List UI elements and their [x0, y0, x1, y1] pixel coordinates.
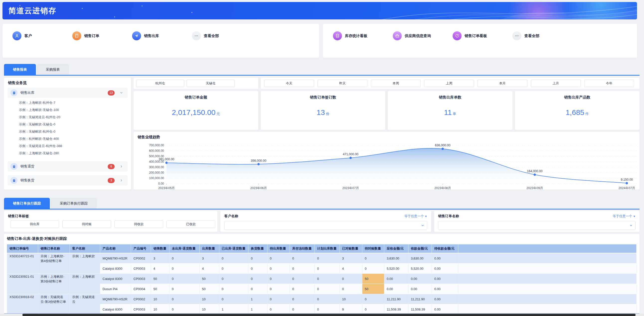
value-cell: 3,630.00: [408, 253, 432, 264]
flow-sub-item[interactable]: 示例：上海帆软-无锡仓-100: [19, 106, 59, 114]
quick-link-1[interactable]: 客户: [12, 31, 72, 40]
kpi-number: 2,017,150.00: [172, 108, 215, 117]
horizontal-scrollbar-track[interactable]: [0, 314, 644, 316]
clipboard-icon: [10, 177, 18, 184]
horizontal-scrollbar-thumb[interactable]: [22, 314, 636, 316]
value-cell: 0: [362, 264, 384, 274]
value-cell: 0: [290, 253, 314, 264]
chevron-right-icon[interactable]: [120, 179, 123, 182]
filter-button-已收款[interactable]: 已收款: [166, 220, 215, 228]
kpi-value: 2,017,150.00元: [134, 108, 258, 117]
order-name-operator-link[interactable]: 等于任意一个 ▼: [612, 214, 636, 218]
quick-link-4[interactable]: 查看全部: [512, 31, 572, 40]
col-header: 销售数量: [151, 244, 169, 253]
tab-销售订单执行跟踪[interactable]: 销售订单执行跟踪: [4, 198, 50, 209]
product-cell: MQM8790-HS2R: [100, 253, 131, 264]
filter-button-上周[interactable]: 上周: [424, 80, 474, 87]
customer-select[interactable]: [224, 221, 427, 230]
flow-group-销售出库[interactable]: 销售出库13: [8, 88, 128, 98]
flow-group-销售换货[interactable]: 销售换货3: [8, 175, 128, 186]
value-cell: 0: [248, 264, 267, 274]
kpi-card-1: 销售订单金额2,017,150.00元: [134, 91, 258, 130]
value-cell: 3: [340, 253, 362, 264]
tab-销售报表[interactable]: 销售报表: [4, 64, 36, 75]
flow-sub-item[interactable]: 示例：无锡帆软-杭州仓-0: [19, 128, 55, 135]
filter-button-今年[interactable]: 今年: [584, 80, 634, 87]
flow-sub-item[interactable]: 示例：杭州帆软-无锡仓-400: [19, 135, 59, 142]
filter-button-待对账[interactable]: 待对账: [62, 220, 111, 228]
value-cell: 0: [314, 294, 340, 304]
quick-link-3[interactable]: 销售出库: [132, 31, 192, 40]
value-cell: 10: [340, 294, 362, 304]
quick-link-1[interactable]: 库存统计看板: [333, 31, 393, 40]
flow-group-销售退货[interactable]: 销售退货6: [8, 161, 128, 172]
quick-link-4[interactable]: 查看全部: [192, 31, 252, 40]
filter-button-本周[interactable]: 本周: [371, 80, 421, 87]
customer-operator-link[interactable]: 等于任意一个 ▼: [404, 214, 427, 218]
quick-link-label: 销售订单: [84, 34, 99, 38]
tab-采购订单执行跟踪[interactable]: 采购订单执行跟踪: [51, 198, 97, 209]
order-tracking-table-panel: 销售订单-出库-退换货-对账执行跟踪 销售订单编号销售订单名称客户名称产品名称产…: [4, 234, 640, 314]
svg-text:700,000.00: 700,000.00: [149, 144, 164, 147]
value-cell: 0.00: [384, 274, 408, 284]
flow-group-label: 销售换货: [20, 178, 34, 183]
kpi-label: 销售出库单数: [388, 95, 512, 100]
flow-sub-item[interactable]: 示例：无锡帆软-无锡仓-0: [19, 121, 55, 128]
col-header: 库存冻结数量: [290, 244, 314, 253]
filter-button-待收款[interactable]: 待收款: [114, 220, 163, 228]
value-cell: 0: [314, 284, 340, 294]
value-cell: 0: [267, 304, 290, 314]
flow-sub-item[interactable]: 示例：上海帆软-无锡仓-280: [19, 150, 59, 157]
value-cell: 0: [314, 253, 340, 264]
customer-name-cell: 示例：无锡简道云: [70, 294, 100, 314]
value-cell: 0: [290, 304, 314, 314]
value-cell: 3: [151, 253, 169, 264]
chevron-down-icon: [629, 224, 633, 227]
table-row: Catalyst 8300CP000310010110009011,508.39…: [7, 304, 636, 314]
table-row: XSDD240722-01示例：上海帆软-第4份销售订单示例：上海帆软MQM87…: [7, 253, 636, 264]
product-cell: Catalyst 8300: [100, 274, 131, 284]
value-cell: 0: [267, 253, 290, 264]
filter-button-上月[interactable]: 上月: [531, 80, 581, 87]
filter-button-本月[interactable]: 本月: [478, 80, 527, 87]
tab-采购报表[interactable]: 采购报表: [37, 64, 69, 75]
value-cell: 0: [314, 304, 340, 314]
filter-button-杭州仓[interactable]: 杭州仓: [136, 80, 184, 87]
quick-link-2[interactable]: 供应商信息查询: [393, 31, 452, 40]
flow-sub-item[interactable]: 示例：上海帆软-杭州仓-7: [19, 99, 55, 106]
kpi-value: 11单: [388, 108, 512, 117]
filter-button-今天[interactable]: 今天: [264, 80, 314, 87]
sales-trend-area-chart: 0.00100,000.00200,000.00300,000.00400,00…: [134, 141, 640, 190]
product-code-cell: CP0003: [131, 274, 151, 284]
value-cell: 0.00: [432, 304, 458, 314]
filter-button-昨天[interactable]: 昨天: [318, 80, 367, 87]
value-cell: 0.00: [432, 274, 458, 284]
order-name-select[interactable]: [438, 221, 636, 230]
svg-text:200,000.00: 200,000.00: [149, 171, 164, 174]
value-cell: 0: [314, 264, 340, 274]
table-row: Catalyst 8300CP000340400000405,520.005,5…: [7, 264, 636, 274]
filter-button-无锡仓[interactable]: 无锡仓: [187, 80, 235, 87]
col-header: 换货数量: [248, 244, 267, 253]
value-cell: 0: [267, 284, 290, 294]
kpi-card-2: 销售订单签订数13份: [261, 91, 385, 130]
value-cell: 0.00: [432, 294, 458, 304]
svg-text:2023年08月: 2023年08月: [434, 186, 451, 190]
value-cell: 3: [200, 253, 219, 264]
flow-sub-item[interactable]: 示例：无锡简道云-杭州仓-388: [19, 142, 62, 150]
chevron-down-icon[interactable]: [120, 91, 123, 95]
value-cell: 5,520.00: [408, 264, 432, 274]
flow-group-label: 销售退货: [20, 164, 34, 169]
col-header: 待对账数量: [362, 244, 384, 253]
value-cell: 0: [362, 294, 384, 304]
flow-sub-item[interactable]: 示例：无锡简道云-杭州仓-20: [19, 114, 60, 121]
svg-text:300,000.00: 300,000.00: [149, 165, 164, 169]
value-cell: 10: [151, 294, 169, 304]
quick-link-3[interactable]: 销售订单看板: [452, 31, 512, 40]
tracking-table-title: 销售订单-出库-退换货-对账执行跟踪: [7, 236, 67, 241]
quick-link-2[interactable]: 销售订单: [72, 31, 132, 40]
filter-button-待出库[interactable]: 待出库: [10, 220, 59, 228]
kpi-number: 1,685: [566, 108, 584, 117]
chevron-right-icon[interactable]: [120, 165, 123, 168]
report-tabbar: 销售报表采购报表: [4, 64, 70, 75]
